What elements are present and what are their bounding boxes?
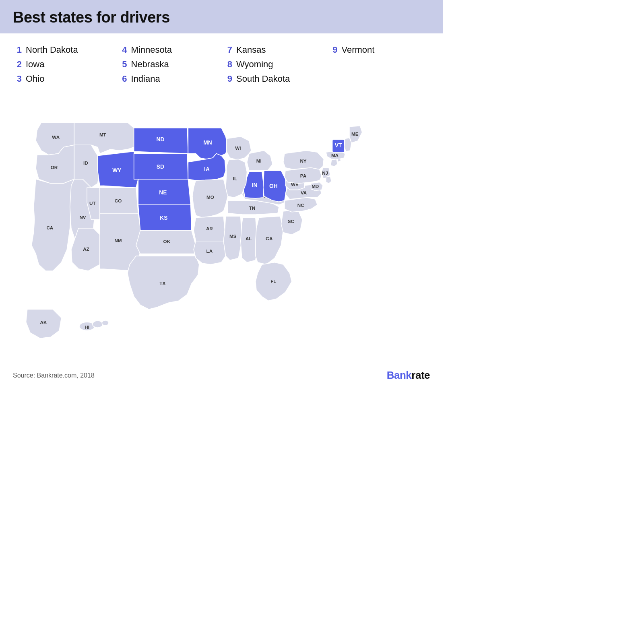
rank-number: 9 — [329, 45, 338, 55]
rank-number: 3 — [13, 74, 22, 84]
state-al — [241, 218, 258, 262]
state-hi3 — [102, 320, 109, 326]
state-oh — [263, 171, 286, 202]
state-mn — [188, 128, 228, 159]
rank-number: 4 — [118, 45, 127, 55]
state-ms — [223, 216, 242, 260]
state-mo — [192, 179, 228, 217]
state-nd — [134, 128, 188, 154]
state-ak — [26, 309, 62, 338]
header: Best states for drivers — [0, 0, 443, 33]
list-item: 6 Indiana — [118, 74, 220, 84]
list-item: 9 Vermont — [329, 45, 430, 55]
list-item: 9 South Dakota — [223, 74, 325, 84]
state-name: South Dakota — [236, 74, 290, 84]
brand-name: Bankrate — [387, 369, 430, 382]
state-name: Iowa — [26, 59, 44, 70]
rank-number: 6 — [118, 74, 127, 84]
state-hi2 — [93, 321, 103, 328]
state-wy — [98, 151, 138, 188]
list-item: 1 North Dakota — [13, 45, 114, 55]
state-ar — [194, 216, 225, 241]
legend-col-4: 9 Vermont — [329, 45, 430, 84]
state-vt — [332, 140, 345, 153]
rank-number: 1 — [13, 45, 22, 55]
list-item: 2 Iowa — [13, 59, 114, 70]
state-nc — [285, 198, 318, 212]
state-fl — [256, 262, 292, 301]
state-ks — [138, 205, 192, 231]
list-item: 5 Nebraska — [118, 59, 220, 70]
state-me — [349, 126, 362, 143]
rank-number: 9 — [223, 74, 232, 84]
state-la — [194, 241, 225, 264]
state-ca — [31, 179, 74, 271]
state-name: Wyoming — [236, 59, 273, 70]
state-ct — [330, 159, 337, 166]
rank-number: 8 — [223, 59, 232, 70]
legend: 1 North Dakota 2 Iowa 3 Ohio 4 Minnesota… — [0, 33, 443, 91]
state-co — [100, 188, 138, 213]
state-sd — [134, 154, 188, 180]
list-item: 8 Wyoming — [223, 59, 325, 70]
state-wi — [227, 136, 251, 160]
rank-number: 7 — [223, 45, 232, 55]
us-map: WA OR CA NV ID MT WY CO UT AZ NM — [8, 91, 435, 365]
list-item: 7 Kansas — [223, 45, 325, 55]
legend-col-1: 1 North Dakota 2 Iowa 3 Ohio — [13, 45, 114, 84]
state-name: Kansas — [236, 45, 266, 55]
page-title: Best states for drivers — [13, 9, 430, 26]
state-ga — [256, 216, 283, 264]
rank-number: 5 — [118, 59, 127, 70]
state-tx — [128, 256, 199, 310]
state-pa — [285, 167, 322, 183]
state-ok — [136, 230, 200, 254]
state-name: Indiana — [131, 74, 160, 84]
rank-number: 2 — [13, 59, 22, 70]
state-de — [326, 176, 332, 184]
list-item: 4 Minnesota — [118, 45, 220, 55]
state-mi — [247, 151, 273, 171]
state-ne — [138, 179, 190, 205]
footer: Source: Bankrate.com, 2018 Bankrate — [0, 365, 443, 386]
state-name: Nebraska — [131, 59, 169, 70]
state-name: Ohio — [26, 74, 44, 84]
map-container: WA OR CA NV ID MT WY CO UT AZ NM — [0, 91, 443, 365]
state-name: North Dakota — [26, 45, 78, 55]
state-ny — [283, 151, 324, 169]
state-name: Minnesota — [131, 45, 172, 55]
legend-col-2: 4 Minnesota 5 Nebraska 6 Indiana — [118, 45, 220, 84]
state-sc — [281, 210, 302, 234]
state-md — [311, 182, 323, 191]
legend-col-3: 7 Kansas 8 Wyoming 9 South Dakota — [223, 45, 325, 84]
state-name: Vermont — [342, 45, 375, 55]
source-citation: Source: Bankrate.com, 2018 — [13, 372, 95, 379]
list-item: 3 Ohio — [13, 74, 114, 84]
